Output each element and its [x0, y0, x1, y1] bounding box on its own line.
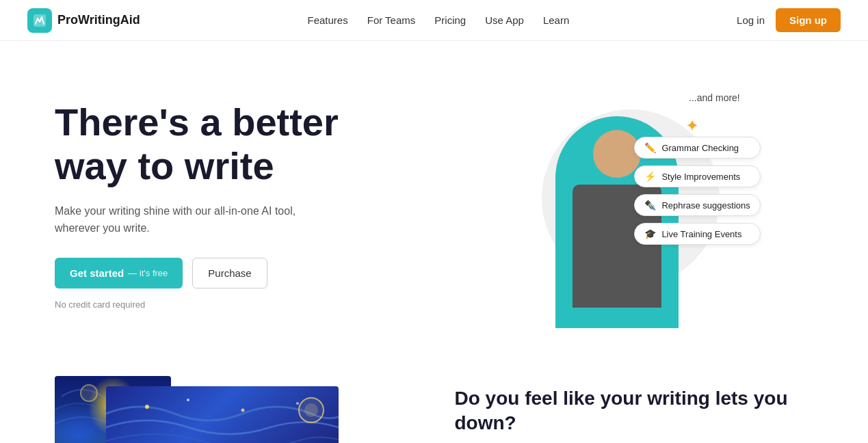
- pill-grammar: ✏️ Grammar Checking: [634, 137, 760, 159]
- second-section: My idea in my head Do you feel like your…: [0, 362, 868, 443]
- logo-icon: [27, 8, 52, 33]
- nav-features[interactable]: Features: [308, 14, 348, 26]
- hero-left: There's a better way to write Make your …: [55, 100, 421, 310]
- logo-link[interactable]: ProWritingAid: [27, 8, 140, 33]
- hero-subtitle: Make your writing shine with our all-in-…: [55, 202, 328, 237]
- pill-training: 🎓 Live Training Events: [634, 223, 760, 245]
- login-button[interactable]: Log in: [737, 14, 765, 26]
- second-section-title: Do you feel like your writing lets you d…: [455, 386, 814, 436]
- hero-right: ✦ ...and more! ✏️ Grammar Checking ⚡ Sty…: [448, 75, 814, 335]
- pill-rephrase: ✒️ Rephrase suggestions: [634, 194, 760, 216]
- nav-learn[interactable]: Learn: [543, 14, 569, 26]
- training-icon: 🎓: [644, 228, 656, 239]
- hero-buttons: Get started — it's free Purchase: [55, 258, 421, 288]
- nav-for-teams[interactable]: For Teams: [367, 14, 416, 26]
- logo-text: ProWritingAid: [57, 13, 140, 27]
- nav-pricing[interactable]: Pricing: [434, 14, 466, 26]
- nav-links: Features For Teams Pricing Use App Learn: [308, 14, 570, 27]
- get-started-button[interactable]: Get started — it's free: [55, 258, 183, 288]
- hero-title: There's a better way to write: [55, 100, 421, 189]
- navbar: ProWritingAid Features For Teams Pricing…: [0, 0, 868, 41]
- painting-front: [106, 386, 339, 443]
- nav-actions: Log in Sign up: [737, 8, 841, 32]
- rephrase-icon: ✒️: [644, 200, 656, 211]
- and-more-text: ...and more!: [689, 92, 740, 103]
- svg-point-2: [145, 405, 149, 409]
- no-card-text: No credit card required: [55, 299, 421, 310]
- nav-use-app[interactable]: Use App: [485, 14, 524, 26]
- second-right: Do you feel like your writing lets you d…: [455, 386, 814, 443]
- grammar-icon: ✏️: [644, 142, 656, 153]
- svg-point-7: [304, 403, 318, 417]
- free-label: — it's free: [128, 268, 168, 278]
- sparkle-icon: ✦: [685, 116, 699, 135]
- signup-button[interactable]: Sign up: [776, 8, 841, 32]
- pill-style: ⚡ Style Improvements: [634, 165, 760, 187]
- purchase-button[interactable]: Purchase: [192, 258, 267, 288]
- painting-stack: My idea in my head: [55, 376, 287, 443]
- svg-point-5: [296, 402, 299, 405]
- svg-point-4: [241, 409, 245, 412]
- style-icon: ⚡: [644, 171, 656, 182]
- svg-point-1: [81, 385, 97, 401]
- svg-point-3: [187, 399, 189, 401]
- second-left: My idea in my head: [55, 376, 414, 443]
- feature-pills: ✏️ Grammar Checking ⚡ Style Improvements…: [634, 137, 760, 245]
- hero-section: There's a better way to write Make your …: [0, 41, 868, 362]
